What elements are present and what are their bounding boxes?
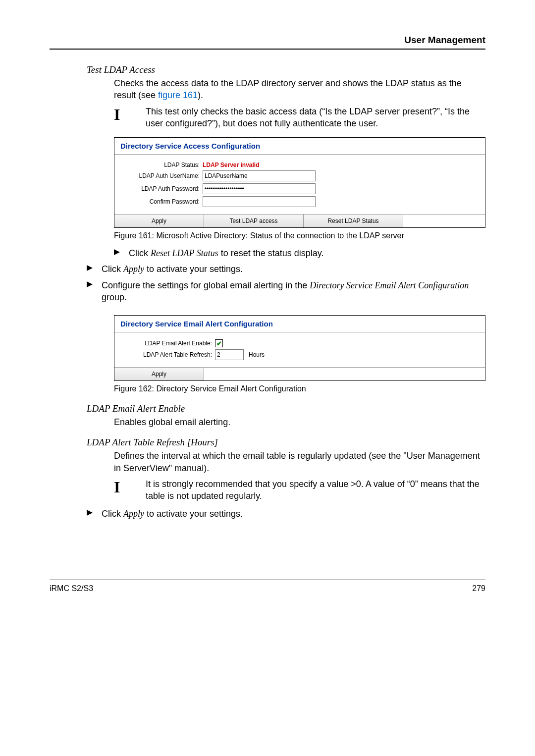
link-figure-161[interactable]: figure 161 xyxy=(158,90,198,100)
header-title: User Management xyxy=(404,35,485,45)
footer-page-number: 279 xyxy=(472,584,485,593)
heading-table-refresh: LDAP Alert Table Refresh [Hours] xyxy=(50,437,485,448)
svg-marker-0 xyxy=(114,249,120,255)
note-refresh-value: It is strongly recommended that you spec… xyxy=(146,478,485,502)
page-footer: iRMC S2/S3 279 xyxy=(50,580,485,593)
heading-test-ldap-access: Test LDAP Access xyxy=(50,64,485,75)
email-enable-checkbox[interactable]: ✔ xyxy=(215,339,223,347)
bullet-configure-email: Configure the settings for global email … xyxy=(102,279,485,304)
reset-ldap-status-button[interactable]: Reset LDAP Status xyxy=(304,215,403,227)
figure-162-caption: Figure 162: Directory Service Email Aler… xyxy=(50,384,485,394)
confirm-password-label: Confirm Password: xyxy=(120,198,203,205)
panel-directory-access-title: Directory Service Access Configuration xyxy=(114,138,485,155)
desc-test-ldap-access: Checks the access data to the LDAP direc… xyxy=(50,77,485,102)
refresh-label: LDAP Alert Table Refresh: xyxy=(120,351,215,358)
confirm-password-input[interactable] xyxy=(203,196,316,207)
ldap-status-value: LDAP Server invalid xyxy=(203,162,260,168)
ldap-password-input[interactable]: ••••••••••••••••••• xyxy=(203,183,316,194)
info-icon: I xyxy=(114,479,126,495)
page-header: User Management xyxy=(50,35,485,50)
ldap-password-label: LDAP Auth Password: xyxy=(120,185,203,192)
figure-161-caption: Figure 161: Microsoft Active Directory: … xyxy=(50,231,485,241)
desc-email-enable: Enables global email alerting. xyxy=(50,416,485,428)
hours-label: Hours xyxy=(249,351,265,358)
desc-post: ). xyxy=(198,90,203,100)
footer-left: iRMC S2/S3 xyxy=(50,584,93,593)
note-basic-access: This test only checks the basic access d… xyxy=(146,106,485,130)
ldap-status-label: LDAP Status: xyxy=(120,162,203,168)
apply-button-panel2[interactable]: Apply xyxy=(114,368,204,380)
ldap-username-input[interactable]: LDAPuserName xyxy=(203,170,316,181)
bullet-apply-1: Click Apply to activate your settings. xyxy=(102,263,485,275)
panel-directory-access: Directory Service Access Configuration L… xyxy=(114,137,485,228)
email-enable-label: LDAP Email Alert Enable: xyxy=(120,340,215,347)
triangle-bullet-icon xyxy=(87,510,93,516)
refresh-input[interactable]: 2 xyxy=(215,349,244,360)
test-ldap-access-button[interactable]: Test LDAP access xyxy=(204,215,304,227)
desc-table-refresh: Defines the interval at which the email … xyxy=(50,450,485,474)
panel-email-alert: Directory Service Email Alert Configurat… xyxy=(114,315,485,381)
apply-button-panel1[interactable]: Apply xyxy=(114,215,204,227)
triangle-bullet-icon xyxy=(87,281,93,287)
triangle-bullet-icon xyxy=(114,249,120,255)
panel-email-alert-title: Directory Service Email Alert Configurat… xyxy=(114,316,485,332)
info-icon: I xyxy=(114,107,126,122)
svg-marker-2 xyxy=(87,281,93,287)
svg-marker-1 xyxy=(87,265,93,271)
heading-email-enable: LDAP Email Alert Enable xyxy=(50,403,485,414)
bullet-reset-ldap: Click Reset LDAP Status to reset the sta… xyxy=(129,247,485,259)
bullet-apply-2: Click Apply to activate your settings. xyxy=(102,508,485,520)
triangle-bullet-icon xyxy=(87,265,93,271)
ldap-username-label: LDAP Auth UserName: xyxy=(120,172,203,179)
svg-marker-3 xyxy=(87,510,93,516)
